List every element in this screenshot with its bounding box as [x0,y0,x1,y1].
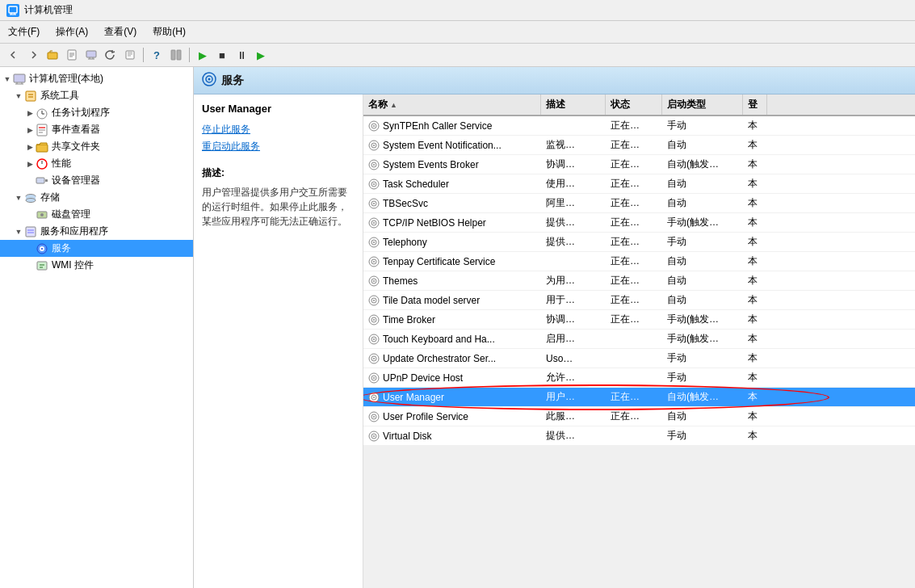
back-button[interactable] [5,46,23,64]
tree-item-task-scheduler[interactable]: ▶ 任务计划程序 [0,104,193,121]
cell-name: Telephony [363,233,541,251]
cell-name: Tenpay Certificate Service [363,252,541,271]
cell-status: 正在… [606,136,662,154]
list-item[interactable]: System Event Notification... 监视… 正在… 自动 … [363,136,915,155]
refresh-button[interactable] [102,46,120,64]
stop-link[interactable]: 停止此服务 [202,123,355,136]
expander-task[interactable]: ▶ [24,107,36,119]
list-item[interactable]: Tenpay Certificate Service 正在… 自动 本 [363,252,915,271]
list-item[interactable]: User Profile Service 此服… 正在… 自动 本 [363,407,915,426]
stop-button[interactable]: ■ [213,46,231,64]
cell-name: Tile Data model server [363,291,541,309]
forward-button[interactable] [24,46,42,64]
service-list[interactable]: 名称 ▲ 描述 状态 启动类型 登 [363,94,915,446]
cell-startup: 手动 [662,368,743,387]
tree-item-storage[interactable]: ▼ 存储 [0,189,193,206]
restart-link[interactable]: 重启动此服务 [202,140,355,153]
cell-startup: 手动 [662,116,743,135]
service-gear-icon [368,411,380,422]
tools-icon [24,90,37,103]
menu-view[interactable]: 查看(V) [96,23,145,41]
svg-point-87 [373,319,375,321]
expander-shared[interactable]: ▶ [24,141,36,153]
list-item[interactable]: SynTPEnh Caller Service 正在… 手动 本 [363,116,915,136]
header-startup-label: 启动类型 [667,98,706,111]
list-item[interactable]: Tile Data model server 用于… 正在… 自动 本 [363,291,915,310]
service-gear-icon [368,314,380,326]
svg-rect-9 [86,51,96,57]
menu-help[interactable]: 帮助(H) [145,23,194,41]
expander-storage[interactable]: ▼ [13,192,24,204]
expander-perf[interactable]: ▶ [24,158,36,170]
list-item[interactable]: System Events Broker 协调… 正在… 自动(触发… 本 [363,155,915,174]
tree-item-device-manager[interactable]: ▶ 设备管理器 [0,172,193,189]
header-login[interactable]: 登 [743,94,767,115]
services-header: 服务 [194,67,915,94]
cell-status: 正在… [606,310,662,329]
svg-rect-17 [171,50,175,60]
tree-item-disk-mgmt[interactable]: ▶ 磁盘管理 [0,206,193,223]
cell-status: 正在… [606,174,662,193]
cell-desc: 提供… [541,426,606,445]
header-name[interactable]: 名称 ▲ [363,94,541,115]
expander-services-apps[interactable]: ▼ [13,226,24,237]
header-startup[interactable]: 启动类型 [662,94,743,115]
list-header: 名称 ▲ 描述 状态 启动类型 登 [363,94,915,116]
tree-item-event-viewer[interactable]: ▶ 事件查看器 [0,121,193,138]
resume-button[interactable]: ▶ [252,46,270,64]
tree-item-wmi[interactable]: ▶ WMI 控件 [0,257,193,274]
list-item[interactable]: Time Broker 协调… 正在… 手动(触发… 本 [363,310,915,330]
tree-item-services[interactable]: ▶ 服务 [0,240,193,257]
list-item[interactable]: Update Orchestrator Ser... Uso… 手动 本 [363,349,915,368]
pause-button[interactable]: ⏸ [233,46,250,64]
tree-label-services-apps: 服务和应用程序 [40,225,108,238]
tree-item-shared-folders[interactable]: ▶ 共享文件夹 [0,138,193,155]
play-button[interactable]: ▶ [194,46,212,64]
folder-up-button[interactable] [44,46,61,64]
menu-file[interactable]: 文件(F) [0,23,48,41]
header-desc[interactable]: 描述 [541,94,606,115]
tree-label-shared: 共享文件夹 [52,140,100,153]
expander-system-tools[interactable]: ▼ [13,90,24,102]
service-gear-icon [368,159,380,170]
cell-name: User Profile Service [363,407,541,426]
menu-action[interactable]: 操作(A) [48,23,96,41]
cell-startup: 手动 [662,349,743,368]
service-gear-icon [368,334,380,345]
expander-event[interactable]: ▶ [24,124,36,136]
list-item[interactable]: TCP/IP NetBIOS Helper 提供… 正在… 手动(触发… 本 [363,213,915,233]
tree-item-system-tools[interactable]: ▼ 系统工具 [0,87,193,104]
service-gear-icon [368,120,380,132]
panel-button[interactable] [167,46,185,64]
tree-item-services-apps[interactable]: ▼ 服务和应用程序 [0,223,193,240]
cell-name: TBSecSvc [363,194,541,212]
export-button[interactable] [121,46,139,64]
computer-button[interactable] [82,46,100,64]
service-gear-icon [368,392,380,403]
info-panel: User Manager 停止此服务 重启动此服务 描述: 用户管理器提供多用户… [194,94,363,588]
header-login-label: 登 [748,98,758,111]
expander-root[interactable]: ▼ [2,74,13,85]
tree-item-performance[interactable]: ▶ 性能 [0,155,193,172]
list-item[interactable]: TBSecSvc 阿里… 正在… 自动 本 [363,194,915,213]
list-item[interactable]: Virtual Disk 提供… 手动 本 [363,426,915,446]
list-item[interactable]: Telephony 提供… 正在… 手动 本 [363,233,915,252]
list-item[interactable]: Touch Keyboard and Ha... 启用… 手动(触发… 本 [363,330,915,349]
cell-desc: Uso… [541,349,606,368]
cell-startup: 自动 [662,194,743,212]
tree-label-perf: 性能 [52,157,71,170]
header-status[interactable]: 状态 [606,94,662,115]
title-bar: 计算机管理 [0,0,915,21]
help-button[interactable]: ? [148,46,166,64]
list-item[interactable]: UPnP Device Host 允许… 手动 本 [363,368,915,388]
properties-button[interactable] [63,46,81,64]
list-item[interactable]: User Manager 用户… 正在… 自动(触发… 本 [363,388,915,407]
tree-item-root[interactable]: ▼ 计算机管理(本地) [0,70,193,87]
list-item[interactable]: Themes 为用… 正在… 自动 本 [363,271,915,291]
list-item[interactable]: Task Scheduler 使用… 正在… 自动 本 [363,174,915,194]
app-icon [6,4,19,17]
shared-folder-icon [36,141,48,153]
cell-login: 本 [743,116,767,135]
tree-label-task: 任务计划程序 [52,106,110,120]
svg-point-96 [373,377,375,379]
